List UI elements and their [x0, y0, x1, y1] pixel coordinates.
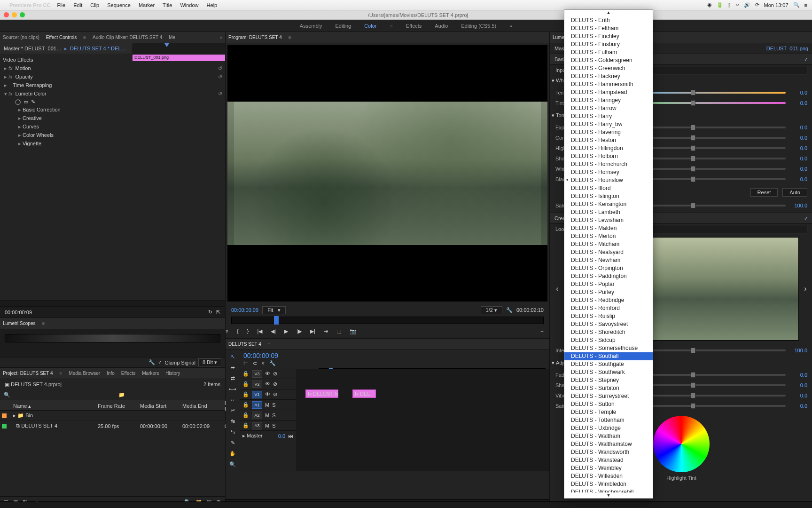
dropdown-item[interactable]: DELUTS - Orpington	[564, 264, 653, 272]
menubar-clock[interactable]: Mon 13:07	[764, 2, 789, 8]
lock-icon[interactable]: 🔒	[242, 371, 249, 377]
toggle-output-icon[interactable]: 👁	[265, 391, 270, 397]
col-name[interactable]: Name ▴	[13, 403, 98, 409]
status-bluetooth-icon[interactable]: ᛒ	[728, 2, 731, 8]
dropdown-item[interactable]: DELUTS - Hillingdon	[564, 144, 653, 152]
program-zoom-dropdown[interactable]: Fit ▾	[262, 306, 285, 314]
marker-add-icon[interactable]: ▿	[262, 360, 265, 366]
slip-tool-icon[interactable]: ↹	[231, 418, 235, 424]
dropdown-item[interactable]: DELUTS - Surreystreet	[564, 392, 653, 400]
workspace-color-menu-icon[interactable]: ≡	[390, 23, 392, 29]
step-forward-icon[interactable]: |▶	[297, 328, 302, 334]
mute-icon[interactable]: M	[265, 402, 269, 408]
mute-icon[interactable]: M	[265, 423, 269, 429]
rate-stretch-tool-icon[interactable]: ↔	[230, 397, 235, 403]
toggle-output-icon[interactable]: 👁	[265, 371, 270, 377]
twirl-icon[interactable]: ▸	[17, 115, 23, 121]
dropdown-item[interactable]: DELUTS - Waltham	[564, 432, 653, 440]
workspace-editing[interactable]: Editing	[336, 23, 351, 29]
reset-motion-icon[interactable]: ↺	[218, 65, 222, 71]
lift-icon[interactable]: ⇥	[324, 328, 328, 334]
shadows-value[interactable]: 0.0	[789, 156, 807, 161]
workspace-overflow-icon[interactable]: »	[509, 23, 512, 29]
workspace-audio[interactable]: Audio	[435, 23, 448, 29]
dropdown-item[interactable]: DELUTS - Finchley	[564, 32, 653, 40]
dropdown-item[interactable]: DELUTS - Romford	[564, 304, 653, 312]
effect-motion[interactable]: Motion	[16, 65, 218, 71]
tint-value[interactable]: 0.0	[789, 100, 807, 106]
intensity-value[interactable]: 100.0	[789, 348, 807, 353]
dropdown-scroll-up-icon[interactable]: ▲	[564, 10, 653, 16]
dropdown-item[interactable]: DELUTS - Holborn	[564, 152, 653, 160]
dropdown-item[interactable]: DELUTS - Greenwich	[564, 64, 653, 72]
dropdown-item[interactable]: DELUTS - Redbridge	[564, 296, 653, 304]
notification-center-icon[interactable]: ≡	[804, 2, 807, 8]
whites-value[interactable]: 0.0	[789, 166, 807, 172]
source-tabs-overflow-icon[interactable]: »	[219, 35, 222, 40]
dropdown-item[interactable]: DELUTS - Finsbury	[564, 40, 653, 48]
dropdown-item[interactable]: DELUTS - Hampstead	[564, 88, 653, 96]
saturation-value[interactable]: 100.0	[789, 203, 807, 208]
twirl-icon[interactable]: ▸	[17, 124, 23, 130]
exposure-value[interactable]: 0.0	[789, 125, 807, 130]
dropdown-item[interactable]: DELUTS - Sutton	[564, 400, 653, 408]
contrast-value[interactable]: 0.0	[789, 135, 807, 141]
project-menu-icon[interactable]: ≡	[60, 371, 62, 376]
effect-lumetri[interactable]: Lumetri Color	[16, 91, 218, 96]
program-resolution-dropdown[interactable]: 1/2 ▾	[481, 306, 502, 314]
status-battery-icon[interactable]: 🔋	[717, 2, 723, 8]
export-frame-icon[interactable]: 📷	[350, 328, 356, 334]
dropdown-item[interactable]: DELUTS - Tottenham	[564, 416, 653, 424]
timeline-clip[interactable]: fx DEL	[352, 389, 376, 398]
lumetri-clip[interactable]: DELUST_001.png	[766, 46, 808, 51]
ec-master-clip[interactable]: Master * DELUST_001…	[4, 46, 62, 51]
vibrance-value[interactable]: 0.0	[789, 393, 807, 398]
dropdown-item[interactable]: DELUTS - Hornsey	[564, 168, 653, 176]
program-viewer[interactable]	[227, 45, 547, 302]
dropdown-item[interactable]: DELUTS - Islington	[564, 192, 653, 200]
sync-lock-icon[interactable]: ⊘	[273, 381, 277, 387]
go-to-in-icon[interactable]: |◀	[257, 328, 262, 334]
dropdown-item[interactable]: DELUTS - Southwark	[564, 368, 653, 376]
dropdown-item[interactable]: DELUTS - Wanstead	[564, 456, 653, 464]
app-name[interactable]: Premiere Pro CC	[9, 2, 50, 8]
export-frame-icon[interactable]: ⇱	[216, 309, 220, 315]
highlight-tint-wheel[interactable]	[653, 416, 710, 472]
tab-markers[interactable]: Markers	[142, 371, 159, 376]
tab-sequence[interactable]: DELUTS SET 4	[228, 341, 261, 347]
auto-button[interactable]: Auto	[782, 188, 807, 197]
dropdown-item[interactable]: DELUTS - Heston	[564, 136, 653, 144]
twirl-icon[interactable]: ▸	[3, 74, 8, 80]
step-back-icon[interactable]: ◀|	[271, 328, 276, 334]
dropdown-item[interactable]: DELUTS - Paddington	[564, 272, 653, 280]
saturation2-value[interactable]: 0.0	[789, 403, 807, 409]
dropdown-item[interactable]: DELUTS - Winchmorehill	[564, 488, 653, 492]
track-select-tool-icon[interactable]: ⬌	[231, 365, 235, 371]
dropdown-item[interactable]: DELUTS - Wandsworth	[564, 448, 653, 456]
hand-tool-icon[interactable]: ✋	[229, 451, 236, 457]
dropdown-item[interactable]: DELUTS - Southall	[564, 352, 653, 360]
faded-film-value[interactable]: 0.0	[789, 372, 807, 378]
tab-effects[interactable]: Effects	[121, 371, 135, 376]
look-dropdown-list[interactable]: ▲ DELUTS - ErithDELUTS - FelthamDELUTS -…	[564, 9, 653, 499]
settings-icon[interactable]: 🔧	[506, 307, 513, 313]
track-a3[interactable]: A3	[252, 422, 262, 429]
timeline-track-area[interactable]: fx DELUST fx fx DEL	[296, 369, 549, 471]
timeline-timecode[interactable]: 00:00:00:09	[243, 352, 546, 359]
dropdown-item[interactable]: DELUTS - Ilford	[564, 184, 653, 192]
dropdown-item[interactable]: DELUTS - Nealsyard	[564, 248, 653, 256]
reset-button[interactable]: Reset	[750, 188, 778, 197]
dropdown-item[interactable]: DELUTS - Goldersgreen	[564, 56, 653, 64]
highlights-value[interactable]: 0.0	[789, 145, 807, 151]
spotlight-icon[interactable]: 🔍	[793, 2, 800, 8]
track-v2[interactable]: V2	[252, 381, 262, 388]
col-framerate[interactable]: Frame Rate	[98, 403, 140, 409]
lumetri-wheels[interactable]: Color Wheels	[23, 132, 54, 138]
in-point-icon[interactable]: {	[237, 328, 239, 334]
mask-rect-icon[interactable]: ▭	[23, 99, 28, 105]
dropdown-item[interactable]: DELUTS - Sidcup	[564, 336, 653, 344]
track-v3[interactable]: V3	[252, 370, 262, 378]
loop-icon[interactable]: ↻	[208, 309, 212, 315]
dropdown-item[interactable]: DELUTS - Malden	[564, 224, 653, 232]
ec-timecode[interactable]: 00:00:00:09	[5, 310, 32, 315]
